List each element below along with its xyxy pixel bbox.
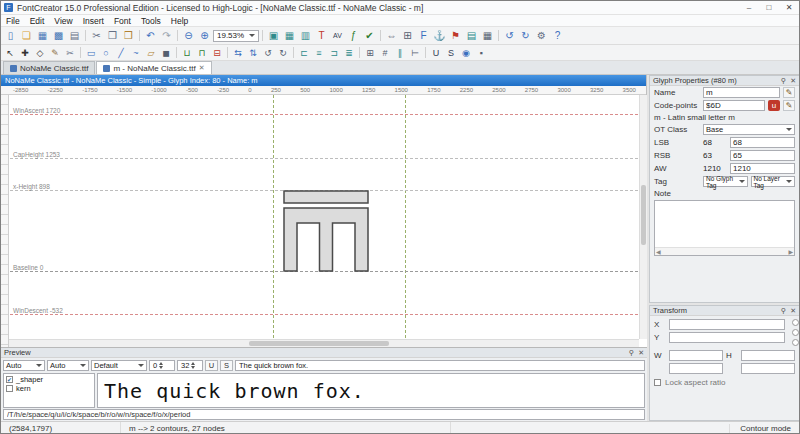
left-arrow-icon[interactable]: ◀ xyxy=(656,248,661,255)
complete-composites-icon[interactable]: ⊞ xyxy=(400,29,415,43)
zoom-in-icon[interactable]: ⊕ xyxy=(197,29,212,43)
grid-icon[interactable]: ▦ xyxy=(480,29,495,43)
preview-tracking-stepper[interactable]: 0 xyxy=(149,360,175,371)
zoom-level-select[interactable]: 19.53% xyxy=(213,30,259,42)
list-item[interactable]: ✔ _shaper xyxy=(6,375,92,384)
anchor-dot[interactable] xyxy=(792,319,799,326)
tables-icon[interactable]: ▤ xyxy=(464,29,479,43)
checkbox-unchecked[interactable] xyxy=(6,385,13,392)
autometrics-icon[interactable]: ⇔ xyxy=(384,29,399,43)
scale-y-field[interactable] xyxy=(741,363,795,374)
right-arrow-icon[interactable]: ▶ xyxy=(788,248,793,255)
glyph-tag-select[interactable]: No Glyph Tag xyxy=(703,176,748,187)
help-icon[interactable]: ? xyxy=(550,29,565,43)
snap-to-guides-icon[interactable]: # xyxy=(378,46,392,59)
anchor-dot[interactable] xyxy=(792,329,799,336)
lock-aspect-row[interactable]: Lock aspect ratio xyxy=(650,375,799,390)
save-all-icon[interactable]: ▩ xyxy=(51,29,66,43)
preview-size-stepper[interactable]: 32 xyxy=(177,360,203,371)
scrollbar-thumb[interactable] xyxy=(641,185,646,245)
down-arrow-icon[interactable] xyxy=(159,366,163,369)
close-icon[interactable]: ✕ xyxy=(790,77,796,85)
copy-icon[interactable]: ❐ xyxy=(105,29,120,43)
minimize-button[interactable]: – xyxy=(739,1,759,14)
close-button[interactable]: ✕ xyxy=(779,1,799,14)
menu-help[interactable]: Help xyxy=(166,15,193,26)
menu-font[interactable]: Font xyxy=(109,15,136,26)
cut-icon[interactable]: ✂ xyxy=(89,29,104,43)
eraser-tool-icon[interactable]: ▱ xyxy=(144,46,158,59)
align-left-icon[interactable]: ⊏ xyxy=(297,46,311,59)
align-right-icon[interactable]: ⊐ xyxy=(327,46,341,59)
contour-tool-icon[interactable]: ✚ xyxy=(18,46,32,59)
pin-icon[interactable]: ⚲ xyxy=(781,307,786,315)
ellipse-tool-icon[interactable]: ○ xyxy=(99,46,113,59)
align-center-icon[interactable]: ≡ xyxy=(312,46,326,59)
edit-codepoints-icon[interactable]: ✎ xyxy=(783,100,795,111)
rectangle-tool-icon[interactable]: ▭ xyxy=(84,46,98,59)
point-tool-icon[interactable]: ◇ xyxy=(33,46,47,59)
font-overview-icon[interactable]: ▦ xyxy=(282,29,297,43)
rotate-cw-icon[interactable]: ↻ xyxy=(276,46,290,59)
tab-glyph-m[interactable]: m - NoNaMe Classic.ttf ✕ xyxy=(96,61,211,74)
line-tool-icon[interactable]: ╱ xyxy=(114,46,128,59)
menu-edit[interactable]: Edit xyxy=(25,15,50,26)
glyph-top-bar[interactable] xyxy=(284,191,368,203)
lsb-field[interactable] xyxy=(730,137,795,148)
down-arrow-icon[interactable] xyxy=(191,366,195,369)
canvas-vertical-scrollbar[interactable] xyxy=(639,95,647,339)
close-icon[interactable]: ✕ xyxy=(638,349,644,357)
pin-icon[interactable]: ⚲ xyxy=(629,349,634,357)
preview-feature-list[interactable]: ✔ _shaper kern xyxy=(3,373,95,408)
glyph-outline-m[interactable] xyxy=(1,95,647,347)
aw-field[interactable] xyxy=(730,163,795,174)
tab-close-icon[interactable]: ✕ xyxy=(199,64,205,72)
freehand-tool-icon[interactable]: ~ xyxy=(129,46,143,59)
glyph-sequence-input[interactable] xyxy=(3,409,645,420)
intersect-icon[interactable]: ⊓ xyxy=(195,46,209,59)
pen-tool-icon[interactable]: ✎ xyxy=(48,46,62,59)
up-arrow-icon[interactable] xyxy=(191,362,195,365)
unicode-badge-icon[interactable]: u xyxy=(768,100,780,111)
guidelines-icon[interactable]: ∥ xyxy=(393,46,407,59)
glyph-overview-icon[interactable]: ▣ xyxy=(266,29,281,43)
codepoints-field[interactable] xyxy=(703,100,765,111)
new-document-icon[interactable]: ▯ xyxy=(3,29,18,43)
name-field[interactable] xyxy=(703,87,780,98)
comparison-icon[interactable]: ▥ xyxy=(298,29,313,43)
menu-view[interactable]: View xyxy=(49,15,77,26)
snap-to-grid-icon[interactable]: ⊞ xyxy=(363,46,377,59)
preview-script-select[interactable]: Auto xyxy=(3,360,45,371)
anchor-icon[interactable]: ⚓ xyxy=(432,29,447,43)
preview-features-select[interactable]: Default xyxy=(91,360,147,371)
strike-button[interactable]: S xyxy=(220,360,233,371)
edit-name-icon[interactable]: ✎ xyxy=(783,87,795,98)
maximize-button[interactable]: □ xyxy=(759,1,779,14)
x-field[interactable] xyxy=(669,319,785,330)
strike-toggle-icon[interactable]: S xyxy=(444,46,458,59)
stepper-arrows[interactable] xyxy=(159,362,163,369)
close-icon[interactable]: ✕ xyxy=(790,307,796,315)
w-field[interactable] xyxy=(669,350,723,361)
metrics-lines-icon[interactable]: ⊢ xyxy=(408,46,422,59)
preview-sample-input[interactable] xyxy=(235,360,645,371)
preview-toggle-icon[interactable]: ◉ xyxy=(459,46,473,59)
opentype-designer-icon[interactable]: ƒ xyxy=(346,29,361,43)
print-icon[interactable]: ▤ xyxy=(67,29,82,43)
note-scrollbar[interactable]: ◀ ▶ xyxy=(655,247,794,255)
knife-tool-icon[interactable]: ✂ xyxy=(63,46,77,59)
underline-button[interactable]: U xyxy=(205,360,218,371)
menu-file[interactable]: File xyxy=(1,15,25,26)
rotate-ccw-icon[interactable]: ↺ xyxy=(261,46,275,59)
checkbox-checked[interactable]: ✔ xyxy=(6,376,13,383)
h-field[interactable] xyxy=(741,350,795,361)
union-icon[interactable]: ⊔ xyxy=(180,46,194,59)
lock-aspect-checkbox[interactable] xyxy=(654,379,661,386)
redo-icon[interactable]: ↷ xyxy=(159,29,174,43)
exclude-icon[interactable]: ⊟ xyxy=(210,46,224,59)
undo-icon[interactable]: ↶ xyxy=(143,29,158,43)
menu-insert[interactable]: Insert xyxy=(78,15,109,26)
settings-icon[interactable]: ⚙ xyxy=(534,29,549,43)
preview-language-select[interactable]: Auto xyxy=(47,360,89,371)
stepper-arrows[interactable] xyxy=(191,362,195,369)
